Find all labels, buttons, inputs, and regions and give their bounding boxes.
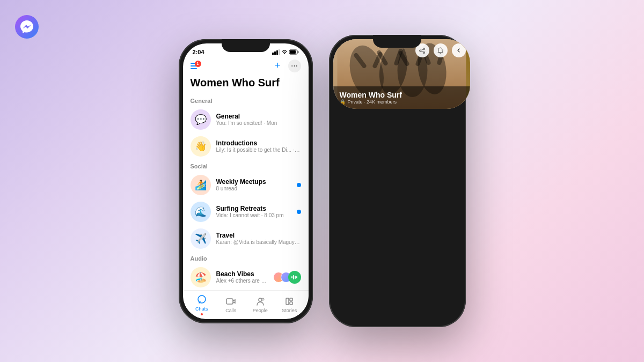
stories-tab-label: Stories	[282, 308, 297, 313]
bell-icon[interactable]	[434, 43, 448, 57]
left-phone-notch	[222, 39, 270, 52]
svg-rect-9	[293, 275, 294, 279]
unread-dot-weekly	[297, 183, 301, 187]
menu-icon[interactable]: 1	[191, 63, 199, 69]
chat-preview-travel: Karan: @Vida is basically Maguyver · Wed	[216, 239, 301, 245]
chats-badge	[201, 313, 203, 315]
right-phone-notch	[373, 35, 421, 48]
lock-icon: 🔒	[340, 99, 346, 105]
chat-item-beach-vibes[interactable]: 🏖️ Beach Vibes Alex +6 others are in her…	[183, 264, 309, 291]
unread-dot-surfing	[297, 210, 301, 214]
section-general-label: General	[183, 94, 309, 106]
chat-name-travel: Travel	[216, 232, 301, 239]
right-phone-screen: Women Who Surf 🔒 Private · 24K members	[333, 39, 470, 109]
chat-list[interactable]: General 💬 General You: I'm so excited! ·…	[183, 94, 309, 306]
wifi-icon	[281, 49, 288, 55]
svg-point-12	[198, 295, 206, 303]
chat-name-surfing-retreats: Surfing Retreats	[216, 205, 291, 212]
tab-bar: Chats Calls People	[183, 290, 309, 319]
chat-preview-beach-vibes: Alex +6 others are in here	[216, 278, 268, 284]
chat-item-introductions[interactable]: 👋 Introductions Lily: Is it possible to …	[183, 133, 309, 160]
svg-rect-1	[272, 53, 274, 55]
status-icons	[272, 49, 299, 55]
chat-item-weekly-meetups[interactable]: 🏄 Weekly Meetups 8 unread	[183, 172, 309, 198]
compose-icon[interactable]: +	[275, 60, 281, 71]
chat-preview-surfing-retreats: Vida: I cannot wait · 8:03 pm	[216, 212, 291, 218]
group-privacy-members: Private · 24K members	[348, 99, 397, 105]
svg-rect-13	[226, 299, 233, 304]
section-audio-label: Audio	[183, 252, 309, 264]
svg-rect-2	[274, 51, 276, 55]
chat-preview-introductions: Lily: Is it possible to get the Di... · …	[216, 147, 301, 153]
group-info-bar: Women Who Surf 🔒 Private · 24K members	[333, 86, 470, 109]
people-tab-label: People	[253, 308, 268, 313]
signal-icon	[272, 49, 280, 55]
audio-participant-avatars	[273, 271, 301, 284]
tab-stories[interactable]: Stories	[275, 296, 304, 313]
chat-info-surfing-retreats: Surfing Retreats Vida: I cannot wait · 8…	[216, 205, 291, 218]
avatar-weekly-meetups: 🏄	[191, 175, 211, 195]
right-phone: Women Who Surf 🔒 Private · 24K members	[329, 35, 466, 327]
tab-calls[interactable]: Calls	[216, 296, 246, 313]
svg-rect-11	[296, 276, 297, 278]
chat-info-introductions: Introductions Lily: Is it possible to ge…	[216, 139, 301, 153]
chat-info-travel: Travel Karan: @Vida is basically Maguyve…	[216, 232, 301, 245]
left-phone-screen: 2:04	[183, 43, 309, 319]
cover-action-icons	[415, 43, 466, 57]
section-social-label: Social	[183, 160, 309, 172]
svg-line-36	[421, 51, 423, 52]
battery-icon	[289, 49, 299, 55]
svg-rect-10	[295, 276, 296, 279]
chat-item-general[interactable]: 💬 General You: I'm so excited! · Mon	[183, 106, 309, 133]
chat-item-surfing-retreats[interactable]: 🌊 Surfing Retreats Vida: I cannot wait ·…	[183, 198, 309, 225]
chat-name-introductions: Introductions	[216, 139, 301, 147]
avatar-travel: ✈️	[191, 228, 211, 249]
chat-info-general: General You: I'm so excited! · Mon	[216, 113, 301, 126]
svg-point-14	[259, 298, 262, 301]
svg-rect-17	[290, 298, 292, 301]
svg-rect-7	[298, 51, 299, 53]
group-meta: 🔒 Private · 24K members	[340, 99, 464, 105]
cover-image: Women Who Surf 🔒 Private · 24K members	[333, 39, 470, 109]
messenger-logo	[15, 15, 39, 39]
calls-tab-label: Calls	[225, 308, 236, 313]
more-icon[interactable]: ⋯	[288, 60, 301, 72]
svg-line-35	[421, 49, 423, 50]
svg-point-34	[420, 50, 421, 51]
top-nav: 1 + ⋯	[183, 57, 309, 77]
chat-name-general: General	[216, 113, 301, 120]
avatar-beach-vibes: 🏖️	[191, 267, 211, 287]
page-title: Women Who Surf	[183, 77, 309, 94]
tab-chats[interactable]: Chats	[187, 294, 217, 315]
svg-rect-4	[279, 49, 280, 55]
avatar-general: 💬	[191, 109, 211, 130]
avatar-surfing-retreats: 🌊	[191, 202, 211, 222]
people-tab-icon	[255, 296, 266, 307]
svg-rect-8	[291, 276, 292, 278]
nav-action-icons: + ⋯	[275, 60, 301, 72]
svg-point-33	[423, 51, 425, 53]
chat-name-beach-vibes: Beach Vibes	[216, 270, 268, 278]
left-phone: 2:04	[179, 39, 313, 323]
svg-rect-3	[276, 50, 278, 55]
stories-tab-icon	[284, 296, 295, 307]
svg-point-32	[423, 48, 425, 49]
back-icon[interactable]	[452, 43, 466, 57]
phones-container: 2:04	[179, 35, 466, 327]
tab-people[interactable]: People	[246, 296, 275, 313]
chats-tab-icon	[196, 294, 207, 305]
calls-tab-icon	[225, 296, 236, 307]
chat-preview-general: You: I'm so excited! · Mon	[216, 120, 301, 126]
avatar-introductions: 👋	[191, 136, 211, 157]
chats-tab-label: Chats	[195, 306, 208, 312]
audio-wave-icon	[288, 271, 301, 284]
chat-item-travel[interactable]: ✈️ Travel Karan: @Vida is basically Magu…	[183, 225, 309, 252]
svg-rect-18	[290, 302, 292, 305]
chat-name-weekly-meetups: Weekly Meetups	[216, 178, 291, 186]
svg-point-0	[15, 15, 39, 39]
chat-preview-weekly-meetups: 8 unread	[216, 186, 291, 191]
chat-info-weekly-meetups: Weekly Meetups 8 unread	[216, 178, 291, 191]
svg-rect-16	[286, 298, 289, 305]
notification-badge: 1	[195, 61, 201, 67]
svg-rect-6	[290, 50, 296, 54]
